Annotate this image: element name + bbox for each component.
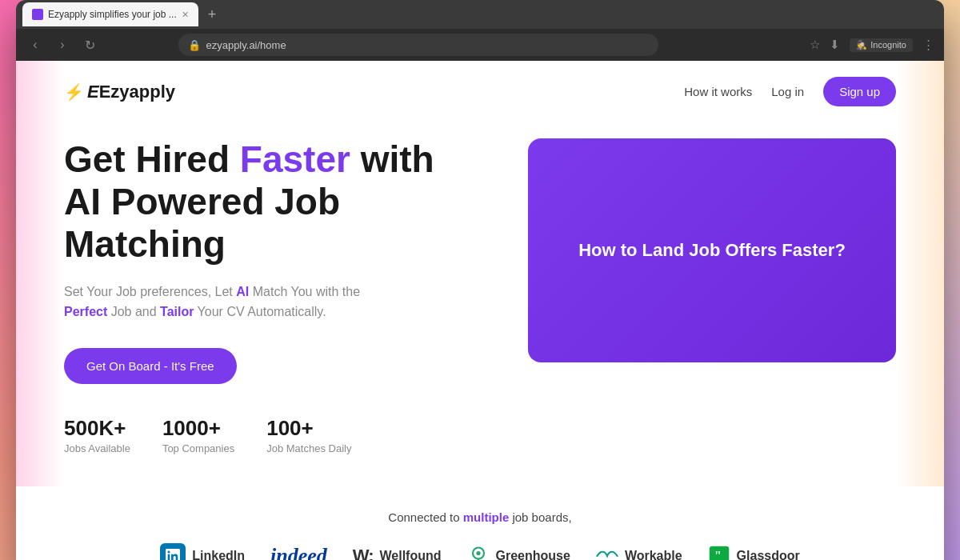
indeed-icon: indeed: [270, 544, 327, 560]
hero-title-part1: Get Hired: [64, 138, 240, 180]
hero-section: Get Hired Faster with AI Powered Job Mat…: [16, 122, 944, 486]
browser-actions: ☆ ⬇ 🕵 Incognito ⋮: [810, 38, 934, 52]
stat-matches-label: Job Matches Daily: [266, 442, 351, 454]
job-boards-multiple: multiple: [463, 510, 510, 524]
login-button[interactable]: Log in: [771, 85, 804, 98]
stat-matches: 100+ Job Matches Daily: [266, 416, 351, 454]
job-boards-section: Connected to multiple job boards, Linked…: [16, 486, 944, 560]
video-card[interactable]: How to Land Job Offers Faster?: [528, 138, 896, 362]
nav-links: How it works Log in Sign up: [684, 77, 896, 106]
greenhouse-icon: [467, 545, 490, 560]
board-workable: Workable: [596, 548, 682, 560]
hero-subtitle: Set Your Job preferences, Let AI Match Y…: [64, 282, 480, 322]
video-card-title: How to Land Job Offers Faster?: [562, 224, 862, 277]
stats-section: 500K+ Jobs Available 1000+ Top Companies…: [64, 416, 480, 454]
logo[interactable]: ⚡ EEzyapply: [64, 82, 175, 102]
url-text: ezyapply.ai/home: [206, 39, 286, 51]
stat-companies-label: Top Companies: [162, 442, 234, 454]
glassdoor-label: Glassdoor: [737, 549, 800, 560]
forward-button[interactable]: ›: [53, 38, 72, 52]
reload-button[interactable]: ↻: [80, 38, 99, 53]
browser-tab[interactable]: Ezyapply simplifies your job ... ✕: [22, 2, 198, 26]
hero-perfect-text: Perfect: [64, 305, 107, 318]
board-glassdoor: " Glassdoor: [708, 545, 800, 560]
workable-icon: [596, 548, 618, 560]
incognito-badge: 🕵 Incognito: [850, 38, 913, 52]
browser-addressbar: ‹ › ↻ 🔒 ezyapply.ai/home ☆ ⬇ 🕵 Incognito…: [16, 29, 944, 61]
browser-window: Ezyapply simplifies your job ... ✕ + ‹ ›…: [16, 0, 944, 560]
wellfound-label: Wellfound: [379, 549, 441, 560]
hero-ai-text: AI: [236, 285, 249, 298]
lock-icon: 🔒: [188, 39, 201, 51]
nav-how-it-works[interactable]: How it works: [684, 85, 752, 98]
boards-row: LinkedIn indeed W: Wellfound: [64, 543, 896, 560]
hero-title: Get Hired Faster with AI Powered Job Mat…: [64, 138, 480, 266]
board-wellfound: W: Wellfound: [353, 546, 442, 560]
page-content: ⚡ EEzyapply How it works Log in Sign up …: [16, 61, 944, 560]
linkedin-label: LinkedIn: [192, 549, 245, 560]
stat-companies-number: 1000+: [162, 416, 234, 441]
incognito-label: Incognito: [870, 40, 906, 50]
hero-title-line2: AI Powered Job Matching: [64, 181, 340, 265]
new-tab-button[interactable]: +: [202, 6, 223, 23]
tab-title: Ezyapply simplifies your job ...: [48, 9, 177, 20]
stat-jobs-label: Jobs Available: [64, 442, 130, 454]
site-nav: ⚡ EEzyapply How it works Log in Sign up: [16, 61, 944, 122]
signup-button[interactable]: Sign up: [823, 77, 896, 106]
stat-companies: 1000+ Top Companies: [162, 416, 234, 454]
browser-tab-bar: Ezyapply simplifies your job ... ✕ +: [16, 0, 944, 29]
stat-matches-number: 100+: [266, 416, 351, 441]
menu-icon[interactable]: ⋮: [922, 38, 934, 52]
svg-point-1: [476, 551, 480, 555]
tab-favicon: [32, 9, 43, 20]
board-linkedin: LinkedIn: [160, 543, 245, 560]
hero-left: Get Hired Faster with AI Powered Job Mat…: [64, 138, 480, 454]
board-indeed: indeed: [270, 544, 327, 560]
cta-button[interactable]: Get On Board - It's Free: [64, 348, 237, 384]
back-button[interactable]: ‹: [26, 38, 45, 52]
board-greenhouse: Greenhouse: [467, 545, 570, 560]
svg-text:": ": [714, 549, 721, 560]
download-icon[interactable]: ⬇: [830, 38, 840, 52]
stat-jobs: 500K+ Jobs Available: [64, 416, 130, 454]
hero-tailor-text: Tailor: [160, 305, 194, 318]
incognito-icon: 🕵: [856, 40, 867, 50]
bookmark-icon[interactable]: ☆: [810, 38, 820, 52]
tab-close-button[interactable]: ✕: [182, 10, 189, 20]
hero-right: How to Land Job Offers Faster?: [528, 138, 896, 362]
workable-label: Workable: [625, 549, 682, 560]
hero-title-part2: with: [350, 138, 434, 180]
logo-icon: ⚡: [64, 82, 84, 102]
linkedin-icon: [160, 543, 186, 560]
wellfound-icon: W:: [353, 546, 374, 560]
hero-title-faster: Faster: [240, 138, 350, 180]
stat-jobs-number: 500K+: [64, 416, 130, 441]
glassdoor-icon: ": [708, 545, 730, 560]
greenhouse-label: Greenhouse: [496, 549, 570, 560]
logo-text: EEzyapply: [87, 82, 175, 102]
address-bar[interactable]: 🔒 ezyapply.ai/home: [178, 34, 658, 56]
job-boards-title: Connected to multiple job boards,: [64, 510, 896, 524]
